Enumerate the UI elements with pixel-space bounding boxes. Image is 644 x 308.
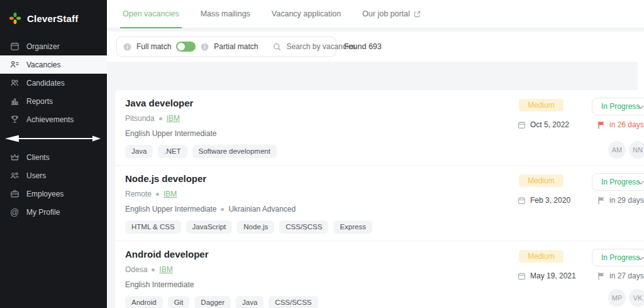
reports-icon [9, 96, 19, 106]
avatar[interactable]: NN [629, 141, 644, 159]
search-container: Full match Partial match [116, 37, 336, 57]
sidebar-item-label: Clients [26, 153, 50, 162]
skill-tag: Java [125, 145, 153, 158]
status-label: In Progress [601, 253, 640, 262]
sidebar-item-my-profile[interactable]: @ My Profile [0, 203, 107, 221]
vacancy-title[interactable]: Node.js developer [125, 173, 644, 184]
company-link[interactable]: IBM [159, 265, 172, 274]
status-dropdown[interactable]: In Progress [592, 98, 644, 115]
vacancy-list: Java developer Pitsunda IBM English Uppe… [115, 90, 644, 308]
candidates-icon [9, 78, 19, 88]
sidebar-item-candidates[interactable]: Candidates [0, 74, 107, 92]
sidebar-item-achievements[interactable]: Achievements [0, 110, 107, 128]
deadline: in 29 days [597, 196, 644, 205]
skill-tag: Git [168, 296, 190, 308]
sidebar: CleverStaff Organizer Vacancies Candidat… [0, 0, 107, 308]
skill-tags: HTML & CSS JavaScript Node.js CSS/SCSS E… [125, 220, 644, 234]
calendar-icon [518, 197, 526, 205]
chevron-down-icon [638, 181, 644, 185]
deadline-text: in 26 days [609, 120, 644, 129]
status-dropdown[interactable]: In Progress [592, 249, 644, 266]
sidebar-item-label: Candidates [26, 79, 65, 88]
tab-mass-mailings[interactable]: Mass mailings [201, 9, 250, 28]
skill-tag: JavaScript [186, 220, 233, 234]
vacancy-row: Node.js developer Remote IBM English Upp… [115, 166, 644, 241]
info-icon[interactable] [123, 43, 131, 51]
collapse-arrow-icon[interactable] [5, 134, 101, 143]
flag-icon [597, 197, 605, 205]
tab-vacancy-application[interactable]: Vacancy application [272, 9, 341, 28]
deadline-text: in 29 days [609, 196, 644, 205]
sidebar-item-label: Employees [26, 190, 64, 198]
skill-tag: CSS/SCSS [269, 296, 318, 308]
date-text: Feb 3, 2020 [530, 196, 570, 205]
language-requirement: English Upper Intermediate [125, 205, 216, 214]
tab-bar: Open vacancies Mass mailings Vacancy app… [107, 0, 644, 28]
main-area: Open vacancies Mass mailings Vacancy app… [107, 0, 644, 308]
sidebar-item-label: Vacancies [26, 60, 60, 69]
search-icon [273, 43, 281, 51]
sidebar-item-employees[interactable]: Employees [0, 185, 107, 203]
vacancy-date: Feb 3, 2020 [518, 196, 570, 205]
flag-icon [597, 121, 605, 129]
tab-label: Mass mailings [201, 9, 250, 18]
users-icon [9, 171, 19, 181]
sidebar-divider [0, 128, 107, 148]
calendar-icon [518, 272, 526, 280]
vacancy-location: Odesa [125, 265, 147, 274]
sidebar-item-reports[interactable]: Reports [0, 92, 107, 110]
deadline-text: in 27 days [609, 271, 644, 280]
tab-open-vacancies[interactable]: Open vacancies [123, 9, 179, 28]
date-text: May 19, 2021 [530, 271, 576, 280]
sidebar-item-clients[interactable]: Clients [0, 148, 107, 166]
skill-tag: Dagger [194, 296, 231, 308]
partial-match-label: Partial match [214, 42, 258, 51]
dot-separator [221, 208, 224, 211]
brand-logo[interactable]: CleverStaff [0, 0, 107, 25]
vacancy-title[interactable]: Android developer [125, 249, 644, 260]
sidebar-item-label: My Profile [26, 208, 60, 217]
status-label: In Progress [601, 102, 640, 111]
flag-icon [597, 272, 605, 280]
sidebar-item-vacancies[interactable]: Vacancies [0, 55, 107, 74]
status-dropdown[interactable]: In Progress [592, 173, 644, 191]
found-count: Found 693 [344, 42, 382, 51]
briefcase-icon [9, 189, 19, 199]
skill-tag: Express [333, 220, 372, 234]
info-icon[interactable] [201, 43, 209, 51]
vacancy-row: Java developer Pitsunda IBM English Uppe… [115, 90, 644, 166]
deadline: in 27 days [597, 271, 644, 280]
dot-separator [152, 268, 155, 271]
sidebar-item-label: Users [26, 171, 46, 180]
vacancy-location: Pitsunda [125, 114, 155, 123]
skill-tag: HTML & CSS [125, 220, 181, 234]
avatar[interactable]: VK [629, 289, 644, 307]
avatar[interactable]: MP [608, 289, 626, 307]
status-label: In Progress [601, 178, 640, 186]
avatar-group: MP VK [608, 289, 644, 307]
calendar-icon [9, 42, 19, 52]
toggle-knob [177, 43, 185, 50]
tab-our-job-portal[interactable]: Our job portal [362, 9, 421, 28]
skill-tag: Software development [192, 145, 277, 158]
avatar[interactable]: AM [608, 141, 626, 159]
vacancy-title[interactable]: Java developer [125, 98, 644, 108]
company-link[interactable]: IBM [164, 190, 177, 198]
app-window: CleverStaff Organizer Vacancies Candidat… [0, 0, 644, 308]
tab-label: Our job portal [362, 9, 410, 18]
priority-badge: Medium [519, 99, 564, 111]
company-link[interactable]: IBM [167, 114, 180, 123]
match-toggle[interactable] [176, 42, 196, 52]
sidebar-item-label: Organizer [26, 42, 60, 51]
chevron-down-icon [638, 105, 644, 109]
sidebar-item-users[interactable]: Users [0, 166, 107, 185]
sidebar-item-label: Achievements [26, 115, 74, 124]
sidebar-nav: Organizer Vacancies Candidates Reports [0, 37, 107, 221]
skill-tag: CSS/SCSS [279, 220, 328, 234]
sidebar-item-organizer[interactable]: Organizer [0, 37, 107, 55]
cleverstaff-logo-icon [9, 12, 21, 25]
dot-separator [156, 193, 159, 196]
deadline: in 26 days [597, 120, 644, 129]
brand-name: CleverStaff [27, 13, 78, 24]
skill-tags: Java .NET Software development [125, 145, 644, 158]
